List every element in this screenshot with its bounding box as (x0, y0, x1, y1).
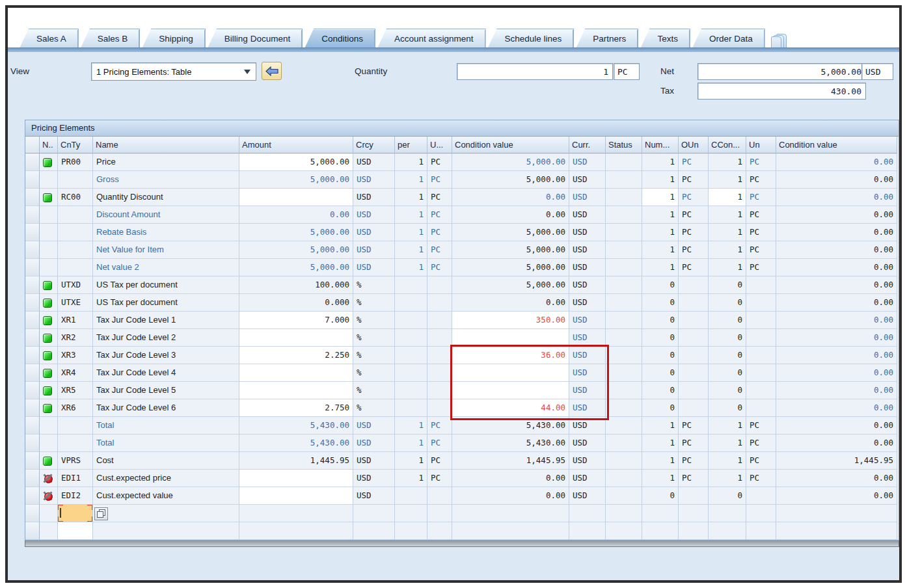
cell-un[interactable] (746, 347, 776, 364)
cell-cv1[interactable] (452, 329, 569, 347)
cell-status[interactable] (606, 171, 642, 189)
cell-un[interactable]: PC (746, 241, 776, 259)
cell-amount[interactable]: 100.000 (239, 276, 353, 294)
cell-oun[interactable]: PC (679, 224, 709, 241)
tab-sales-a[interactable]: Sales A (20, 29, 79, 48)
cell-status[interactable] (606, 206, 642, 224)
cell-un[interactable]: PC (746, 452, 776, 470)
cell-num[interactable]: 1 (642, 171, 679, 189)
cell-icon[interactable] (40, 452, 58, 470)
cell-u[interactable] (427, 329, 452, 347)
cell-oun[interactable] (679, 487, 709, 505)
row-selector[interactable] (25, 312, 40, 329)
cell-icon[interactable] (40, 241, 58, 259)
cell-u[interactable] (427, 399, 452, 417)
tab-conditions[interactable]: Conditions (305, 29, 375, 48)
cell-ccon[interactable] (709, 522, 746, 540)
cell-per[interactable] (395, 312, 427, 329)
cell-icon[interactable] (40, 276, 58, 294)
cell-name[interactable]: Discount Amount (93, 206, 239, 224)
cell-cv2[interactable]: 0.00 (776, 329, 897, 347)
cell-curr[interactable]: USD (569, 171, 606, 189)
cell-per[interactable]: 1 (395, 189, 427, 206)
tab-schedule-lines[interactable]: Schedule lines (488, 29, 575, 48)
cell-curr[interactable]: USD (569, 241, 606, 259)
cell-num[interactable]: 1 (642, 417, 679, 434)
cell-curr[interactable]: USD (569, 434, 606, 452)
row-selector[interactable] (25, 154, 40, 171)
cell-per[interactable]: 1 (395, 417, 427, 434)
row-selector[interactable] (25, 470, 40, 487)
cell-per[interactable] (395, 364, 427, 382)
view-dropdown[interactable]: 1 Pricing Elements: Table (91, 62, 256, 81)
cell-icon[interactable] (40, 154, 58, 171)
cell-curr[interactable]: USD (569, 294, 606, 312)
cell-amount[interactable]: 0.000 (239, 294, 353, 312)
cell-name[interactable]: Quantity Discount (93, 189, 239, 206)
cell-crcy[interactable]: USD (353, 470, 395, 487)
cell-ccon[interactable]: 0 (709, 329, 746, 347)
cell-amount[interactable] (239, 364, 353, 382)
cell-u[interactable] (427, 312, 452, 329)
cell-amount[interactable] (239, 505, 353, 522)
cell-name[interactable]: Cust.expected price (93, 470, 239, 487)
col-header-sel[interactable] (25, 137, 40, 154)
cell-curr[interactable]: USD (569, 154, 606, 171)
col-header-amount[interactable]: Amount (239, 137, 353, 154)
cell-ccon[interactable]: 0 (709, 382, 746, 399)
cell-status[interactable] (606, 364, 642, 382)
cell-cv2[interactable]: 0.00 (776, 241, 897, 259)
cell-cv1[interactable]: 0.00 (452, 487, 569, 505)
cell-name[interactable] (93, 522, 239, 540)
cell-name[interactable]: Total (93, 417, 239, 434)
cell-un[interactable]: PC (746, 189, 776, 206)
col-header-oun[interactable]: OUn (679, 137, 709, 154)
cell-oun[interactable]: PC (679, 206, 709, 224)
cell-amount[interactable] (239, 487, 353, 505)
cell-cv2[interactable]: 0.00 (776, 364, 897, 382)
cell-name[interactable]: Tax Jur Code Level 4 (93, 364, 239, 382)
cell-cnty[interactable]: UTXE (58, 294, 93, 312)
cell-u[interactable] (427, 364, 452, 382)
col-header-cnty[interactable]: CnTy (58, 137, 93, 154)
cell-curr[interactable] (569, 522, 606, 540)
cell-crcy[interactable]: USD (353, 206, 395, 224)
cell-cv2[interactable]: 0.00 (776, 382, 897, 399)
quantity-unit-field[interactable]: PC (614, 63, 640, 80)
cell-per[interactable] (395, 487, 427, 505)
cell-un[interactable]: PC (746, 224, 776, 241)
cell-crcy[interactable]: USD (353, 171, 395, 189)
cell-icon[interactable] (40, 505, 58, 522)
cell-name[interactable]: Tax Jur Code Level 3 (93, 347, 239, 364)
cell-amount[interactable]: 5,000.00 (239, 241, 353, 259)
cell-num[interactable]: 0 (642, 399, 679, 417)
cell-status[interactable] (606, 347, 642, 364)
cell-icon[interactable] (40, 399, 58, 417)
row-selector[interactable] (25, 382, 40, 399)
row-selector[interactable] (25, 224, 40, 241)
cell-ccon[interactable]: 1 (709, 434, 746, 452)
cell-oun[interactable]: PC (679, 171, 709, 189)
cell-un[interactable] (746, 276, 776, 294)
col-header-ccon[interactable]: CCon... (709, 137, 746, 154)
cell-per[interactable] (395, 399, 427, 417)
tab-texts[interactable]: Texts (640, 29, 690, 48)
col-header-icon[interactable]: N.. (40, 137, 58, 154)
cell-ccon[interactable]: 1 (709, 171, 746, 189)
cell-crcy[interactable]: USD (353, 452, 395, 470)
cell-icon[interactable] (40, 189, 58, 206)
row-selector[interactable] (25, 189, 40, 206)
cell-cnty[interactable]: EDI2 (58, 487, 93, 505)
cell-per[interactable] (395, 329, 427, 347)
cell-cnty[interactable]: XR1 (58, 312, 93, 329)
cell-amount[interactable]: 0.00 (239, 206, 353, 224)
cell-oun[interactable] (679, 382, 709, 399)
cell-crcy[interactable]: % (353, 276, 395, 294)
col-header-crcy[interactable]: Crcy (353, 137, 395, 154)
cell-cv1[interactable]: 44.00 (452, 399, 569, 417)
cell-curr[interactable]: USD (569, 382, 606, 399)
row-selector[interactable] (25, 329, 40, 347)
cell-amount[interactable]: 5,000.00 (239, 224, 353, 241)
col-header-per[interactable]: per (395, 137, 427, 154)
cell-u[interactable]: PC (427, 206, 452, 224)
